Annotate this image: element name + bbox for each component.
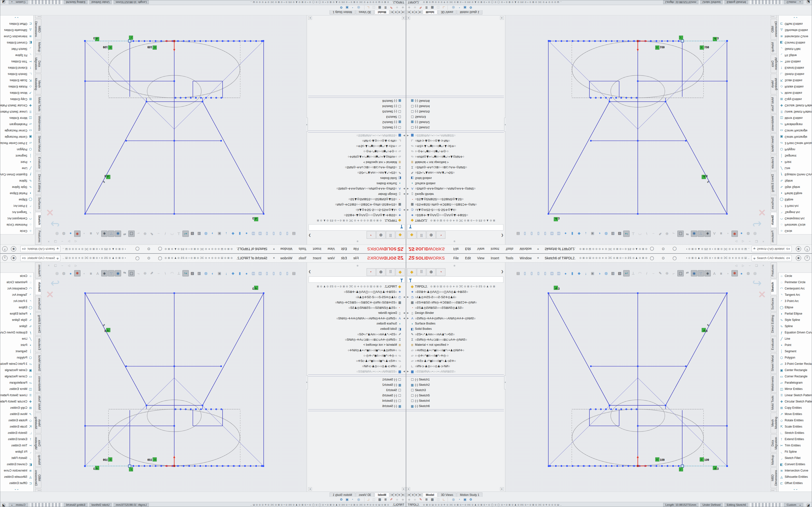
tab-nav-button[interactable]: |◀: [401, 493, 405, 497]
quick-access-toolbar-icons[interactable]: ⊙ ⊞ ⊙ Ш ⊙ ⊙ ⊙ ✛ ⊙ ƆC ⊙ ⊞ ⊙ • ⊙ ƧS ⊙ ♟ ⊙ …: [164, 248, 233, 250]
flyout-tool-item[interactable]: ○ Circle: [778, 228, 812, 234]
sketch-list-item[interactable]: ▦ (-) Sketch2: [308, 119, 406, 125]
relation-badges[interactable]: ⊿ 3 ⊿ 3 ✎ ⊿ 3 ∕ = 109: [554, 36, 719, 221]
command-tab[interactable]: Data Migration: [35, 55, 41, 73]
sketch-list-item[interactable]: ☐ (-) Sketch1: [308, 377, 406, 382]
relation-badges[interactable]: ⊿ 3 ⊿ 3 ✎ ⊿ 3 ∕ = 109: [93, 286, 258, 471]
command-tab[interactable]: Features: [35, 229, 41, 244]
sketch-status-icon[interactable]: ◪: [2, 503, 5, 507]
tree-item[interactable]: ▱ ○✛Ƨↄ◦♟○*◉Ι○◦○Ι◉*○♟◦ↄƧ✛○: [308, 358, 406, 363]
toolbar-icon[interactable]: /: [644, 231, 650, 237]
toolbar-icon[interactable]: ◆: [576, 231, 582, 237]
bottom-toolbar-icon[interactable]: ▦: [377, 498, 383, 501]
sketch-list-item[interactable]: ☐ (-) Sketch1: [308, 125, 406, 130]
toolbar-icon[interactable]: ◍: [61, 231, 67, 237]
toolbar-icon[interactable]: ▯: [542, 270, 548, 276]
flyout-tool-item[interactable]: ▱ 3 Point Center Recta...: [778, 140, 812, 146]
flyout-tool-item[interactable]: ⊺ Extend Entities: [0, 436, 34, 442]
panel-tab-icon[interactable]: ⊕: [426, 231, 436, 239]
flyout-tool-item[interactable]: ▱ 3 Point Center Recta...: [0, 140, 34, 146]
command-tab[interactable]: Mesh Modeling: [771, 412, 777, 433]
flyout-tool-item[interactable]: ▭ Corner Rectangle: [778, 373, 812, 380]
toolbar-icon[interactable]: ⌐: [135, 231, 141, 237]
sketch-canvas[interactable]: ⊿ 3 ⊿ 3 ✎ ⊿ 3 ∕ = 109: [506, 263, 770, 492]
panel-grip-dot[interactable]: [454, 265, 455, 267]
command-tab[interactable]: Sheet Metal: [771, 353, 777, 374]
flyout-tool-item[interactable]: ⊏ Offset Entities: [0, 480, 34, 486]
toolbar-icon[interactable]: ◍: [203, 270, 209, 276]
tree-item[interactable]: ▦ ○ƧS✛⊞SƧ○ИΝ◎◦✛ƆƧ⊞Ƨ○◦○Ƨ⊞ƧƆ✛◦◎ΝИ○: [406, 300, 504, 305]
bottom-toolbar-icon[interactable]: [362, 498, 364, 501]
menu-item[interactable]: Window: [516, 256, 535, 260]
tree-item[interactable]: ▱ ○✛ИΝ◎♟+○*◉Ι○◦○Ι◉*○+♟◎ΝИ✛○: [308, 347, 406, 353]
flyout-tool-item[interactable]: ∿ Style Spline: [0, 184, 34, 190]
flyout-tool-item[interactable]: ◖ Partial Ellipse: [778, 311, 812, 317]
toolbar-icon[interactable]: ▮: [237, 270, 243, 276]
relation-badges[interactable]: ⊿ 3 ⊿ 3 ✎ ⊿ 3 ∕ = 109: [93, 36, 258, 221]
flyout-tool-item[interactable]: ○ Circle: [778, 273, 812, 279]
sketch-list-item[interactable]: ☐ (-) Sketch1: [406, 377, 504, 382]
menu-item[interactable]: Tools: [502, 256, 516, 260]
bottom-toolbar-icon[interactable]: ∟: [365, 498, 371, 501]
flyout-tool-item[interactable]: ◞ Sketch Fillet: [778, 455, 812, 461]
bottom-toolbar-icon[interactable]: ◔: [456, 498, 462, 501]
toolbar-icon[interactable]: ↩: [183, 270, 189, 276]
flyout-tool-item[interactable]: ≋ Intersection Curve: [778, 33, 812, 40]
menu-item[interactable]: Window: [516, 247, 535, 251]
flyout-more-chevron[interactable]: ⌄⌄: [0, 487, 34, 491]
bottom-toolbar-icon[interactable]: [448, 498, 450, 501]
tree-item[interactable]: ◔ ○ƧS♟◎ƧИ⊞SƧ○◦○ƧS⊞ИƧ◎♟SƧ○: [308, 197, 406, 202]
flyout-tool-item[interactable]: ┆ Segment: [0, 348, 34, 354]
tree-item[interactable]: ▶ A ○ƧИΝ◎◦✛A✛◎ИΝA○◦○AΝИ◎✛A✛◦◎ΝИƧ○: [308, 186, 406, 191]
document-window-controls[interactable]: ◁ ▷ – ❏ ×: [735, 264, 766, 267]
flyout-tool-item[interactable]: ◬ Silhouette Entities: [778, 27, 812, 33]
panel-tab-icon[interactable]: ◔: [367, 231, 376, 239]
flyout-tool-item[interactable]: ▱ Parallelogram: [778, 121, 812, 127]
toolbar-icon[interactable]: ◍: [203, 231, 209, 237]
selected-endpoint-handle[interactable]: [681, 40, 684, 42]
toolbar-icon[interactable]: A: [95, 231, 101, 237]
user-account-icon[interactable]: ◉: [11, 256, 16, 261]
bottom-toolbar-icon[interactable]: ◎: [356, 498, 361, 501]
toolbar-circle-icons[interactable]: ◯ ⊙ ◯: [132, 256, 162, 260]
command-tab[interactable]: Sheet Metal: [771, 133, 777, 154]
sketch-list-item[interactable]: ▦ (-) Sketch6: [308, 403, 406, 409]
panel-tab-icon[interactable]: ⠿: [417, 268, 426, 276]
selected-endpoint-handle[interactable]: [128, 465, 131, 467]
flyout-tool-item[interactable]: ┆ Segment: [0, 153, 34, 159]
toolbar-icon[interactable]: ◍: [603, 231, 609, 237]
tree-filter-input[interactable]: [407, 224, 503, 231]
menu-item[interactable]: File: [350, 247, 362, 251]
bottom-toolbar-icon[interactable]: ✎: [418, 6, 424, 9]
toolbar-icon[interactable]: ³⁰: [121, 270, 128, 276]
bottom-toolbar-icon[interactable]: ✿: [338, 498, 344, 501]
sketch-status-icon[interactable]: ◪: [807, 503, 810, 507]
toolbar-icon[interactable]: ³⁰: [684, 231, 691, 237]
bottom-toolbar-icon[interactable]: ✿: [338, 6, 344, 9]
toolbar-icon[interactable]: ↩: [623, 270, 629, 276]
tree-hscrollbar[interactable]: ◂ ▸: [406, 16, 504, 20]
tree-item[interactable]: ▦ ○ƧS✛⊞SƧ○ИΝ◎◦✛ƆƧ⊞Ƨ○◦○Ƨ⊞ƧƆ✛◦◎ΝИ○: [308, 300, 406, 305]
flyout-tool-item[interactable]: ◇ Rotate Entities: [778, 83, 812, 90]
toolbar-icon[interactable]: ~: [155, 231, 162, 237]
panel-grip-dot[interactable]: [357, 240, 358, 242]
toolbar-icon[interactable]: ◑: [596, 231, 603, 237]
menu-item[interactable]: View: [324, 256, 338, 260]
menu-item[interactable]: View: [474, 247, 488, 251]
tree-item[interactable]: ▶ A ○ƧИΝ◎◦✛A✛◎ИΝA○◦○AΝИ◎✛A✛◦◎ΝИƧ○: [406, 186, 504, 191]
flyout-tool-item[interactable]: ⇱ Scale Entities: [778, 424, 812, 430]
toolbar-icon[interactable]: ⌐: [671, 231, 677, 237]
panel-tab-icon[interactable]: ⊕: [426, 268, 436, 276]
tab-nav-button[interactable]: ▶|: [390, 493, 394, 497]
tree-item[interactable]: ▱ ○·◎✛○*◉Ι○◦○Ι◉*○✛◎·○: [308, 149, 406, 154]
command-tab[interactable]: MBD Dimensions: [771, 19, 777, 40]
tree-root-item[interactable]: ◆ TЯPDL2. ⊙ ⊞ ⊙ Ш ⊙ ⊙ ⊙ ✛ ⊙ ƆC ⊙ ⊞ ⊙ • ⊙…: [308, 218, 406, 223]
command-tab[interactable]: MBD Dimensions: [771, 467, 777, 488]
toolbar-icon[interactable]: ▯: [522, 231, 528, 237]
toolbar-icon[interactable]: ▧: [189, 270, 196, 276]
toolbar-icon[interactable]: ◦: [725, 231, 731, 237]
flyout-tool-item[interactable]: ◫ Mirror Entities: [0, 115, 34, 121]
flyout-tool-item[interactable]: ╱ Line: [778, 165, 812, 171]
flyout-tool-item[interactable]: ◜ 3 Point Arc: [0, 298, 34, 304]
status-custom-dropdown[interactable]: Custom ▴: [9, 0, 28, 4]
